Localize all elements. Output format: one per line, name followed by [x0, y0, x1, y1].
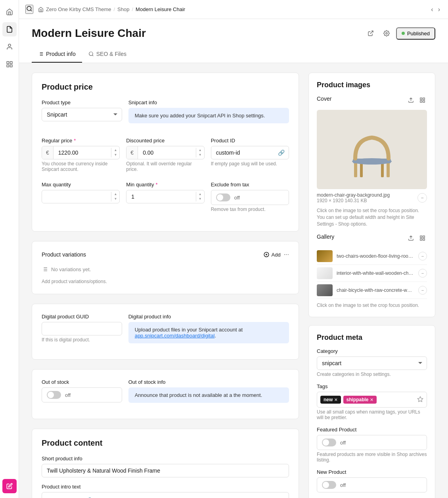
gallery-remove-2[interactable]: −	[418, 269, 427, 278]
toolbar-dot[interactable]: ◉	[115, 496, 124, 498]
category-select[interactable]: snipcart	[317, 356, 427, 370]
product-price-section: Product price Product type Snipcart Snip…	[32, 73, 299, 232]
toolbar-email[interactable]: ✉	[105, 496, 114, 498]
exclude-tax-label: Exclude from tax	[211, 182, 289, 188]
external-link-btn[interactable]	[364, 27, 377, 40]
gallery-thumb-2[interactable]	[317, 267, 333, 279]
tag-new-remove[interactable]: ×	[334, 397, 337, 402]
product-id-input[interactable]	[211, 146, 274, 159]
short-info-label: Short product info	[42, 456, 289, 462]
gallery-item-name-2: interior-with-white-wall-wooden-chair-wo…	[337, 270, 414, 276]
max-qty-down[interactable]: ▼	[111, 197, 119, 201]
min-qty-up[interactable]: ▲	[196, 192, 204, 197]
upload-gallery-btn[interactable]	[406, 234, 415, 244]
sidebar-home[interactable]	[2, 5, 17, 19]
svg-marker-44	[417, 396, 423, 402]
toolbar-list-ol[interactable]: ≣	[134, 496, 143, 498]
breadcrumb-home[interactable]: Zero One Kirby CMS Theme	[46, 6, 111, 12]
discount-up[interactable]: ▲	[196, 148, 204, 153]
snipcart-info-box: Make sure you added your Snipcart API in…	[128, 108, 289, 123]
toolbar-italic[interactable]: I	[64, 496, 71, 498]
min-qty-down[interactable]: ▼	[196, 197, 204, 201]
cover-grid-btn[interactable]	[418, 96, 427, 106]
discount-down[interactable]: ▼	[196, 153, 204, 157]
discounted-price-help: Optional. It will override regular price…	[126, 161, 204, 172]
featured-toggle[interactable]	[322, 439, 336, 446]
category-help: Create categories in Shop settings.	[317, 372, 427, 377]
toolbar-list-ul[interactable]: ≡	[125, 496, 133, 498]
variations-more-btn[interactable]: ···	[284, 251, 289, 258]
sidebar-settings[interactable]	[2, 57, 17, 71]
digital-link[interactable]: app.snipcart.com/dashboard/digital	[135, 333, 215, 339]
sidebar-users[interactable]	[2, 40, 17, 54]
featured-toggle-label: off	[340, 440, 346, 446]
nav-next[interactable]: ›	[437, 4, 442, 15]
svg-point-5	[27, 6, 31, 11]
out-of-stock-grid: Out of stock off Out o	[42, 379, 289, 409]
tab-seo-files[interactable]: SEO & Files	[82, 46, 133, 63]
page-header: Modern Leisure Chair Published	[19, 19, 448, 63]
tag-shippable-remove[interactable]: ×	[370, 397, 373, 402]
cover-file-info: modern-chair-gray-background.jpg 1920 × …	[317, 192, 427, 203]
gallery-remove-3[interactable]: −	[418, 286, 427, 295]
nav-prev[interactable]: ‹	[429, 4, 435, 15]
digital-guid-input[interactable]	[42, 322, 122, 335]
digital-guid-label: Digital product GUID	[42, 314, 122, 320]
sidebar-edit[interactable]	[2, 479, 17, 493]
svg-point-8	[386, 33, 387, 34]
tab-product-info-label: Product info	[46, 51, 76, 57]
featured-product-group: Featured Product off Featured products a…	[317, 427, 427, 463]
cover-filesize: 140.31 KB	[345, 198, 367, 203]
cover-image[interactable]	[317, 110, 427, 189]
max-qty-up[interactable]: ▲	[111, 192, 119, 197]
product-type-select[interactable]: Snipcart	[42, 108, 122, 121]
gallery-remove-1[interactable]: −	[418, 252, 427, 260]
gallery-hint: Click on the image to set the crop focus…	[317, 302, 427, 309]
min-qty-input[interactable]	[126, 190, 195, 203]
featured-label: Featured Product	[317, 427, 427, 433]
discounted-price-input[interactable]	[138, 146, 196, 159]
product-type-label: Product type	[42, 100, 122, 105]
gallery-grid-btn[interactable]	[418, 234, 427, 244]
toolbar-link[interactable]: 🔗	[83, 496, 94, 498]
gallery-grid-icon	[419, 235, 425, 241]
breadcrumb: Zero One Kirby CMS Theme / Shop / Modern…	[38, 6, 426, 12]
regular-price-input[interactable]	[54, 146, 111, 159]
tab-product-info[interactable]: Product info	[32, 46, 82, 63]
regular-price-input-wrap: € ▲ ▼	[42, 146, 120, 159]
add-variation-btn[interactable]: Add	[264, 252, 281, 258]
variations-title: Product variations	[42, 251, 86, 258]
tag-add-btn[interactable]	[417, 396, 423, 404]
price-down[interactable]: ▼	[111, 153, 119, 157]
toolbar-text[interactable]: T₁	[45, 496, 54, 498]
discounted-price-label: Discounted price	[126, 138, 204, 144]
settings-btn[interactable]	[380, 27, 393, 40]
toolbar-image[interactable]: ☐	[95, 496, 104, 498]
link-icon: 🔗	[274, 146, 289, 159]
cover-hint: Click on the image to set the crop focus…	[317, 207, 427, 227]
gallery-thumb-1[interactable]	[317, 250, 333, 262]
new-product-toggle-label: off	[340, 482, 346, 488]
left-col: Product price Product type Snipcart Snip…	[32, 73, 299, 498]
new-product-toggle[interactable]	[322, 481, 336, 489]
toolbar-bold[interactable]: B	[55, 496, 63, 498]
min-qty-spinner: ▲ ▼	[196, 192, 204, 201]
featured-toggle-box: off	[317, 435, 427, 450]
out-of-stock-toggle[interactable]	[47, 391, 61, 399]
max-qty-input[interactable]	[42, 190, 111, 203]
exclude-tax-toggle[interactable]	[216, 193, 230, 201]
upload-gallery-icon	[408, 235, 414, 241]
breadcrumb-shop[interactable]: Shop	[117, 6, 129, 12]
search-btn[interactable]	[25, 5, 33, 14]
sidebar-content[interactable]	[2, 22, 17, 36]
cover-remove-btn[interactable]: −	[417, 193, 427, 203]
short-info-input[interactable]	[42, 464, 289, 477]
product-content-section: Product content Short product info Produ…	[32, 429, 299, 498]
upload-cover-btn[interactable]	[406, 96, 415, 106]
snipcart-info-group: Snipcart info Make sure you added your S…	[128, 100, 289, 123]
digital-product-section: Digital product GUID If this is digital …	[32, 304, 299, 360]
gallery-thumb-3[interactable]	[317, 284, 333, 296]
toolbar-code[interactable]: <>	[71, 496, 82, 498]
published-btn[interactable]: Published	[396, 27, 435, 40]
price-up[interactable]: ▲	[111, 148, 119, 153]
